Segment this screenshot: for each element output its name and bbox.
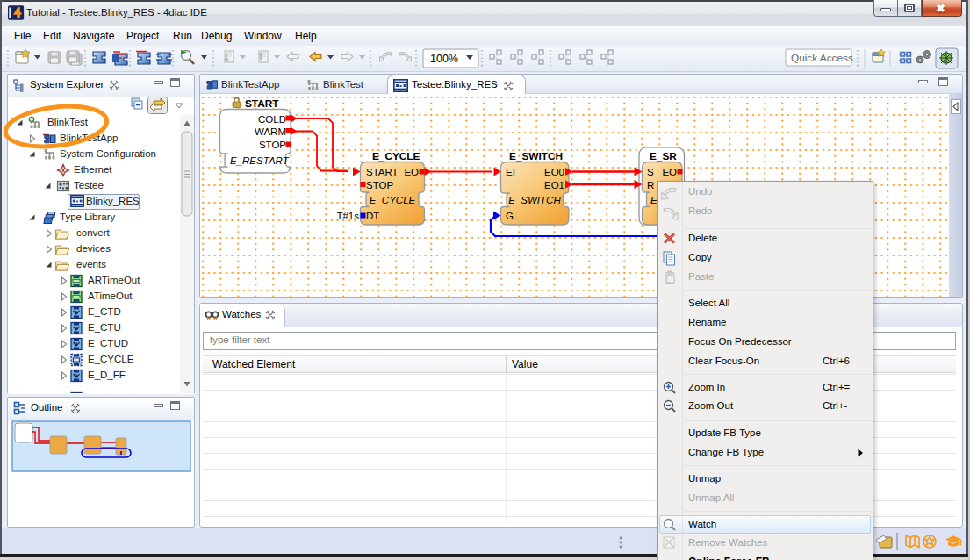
svg-text:E_RESTART: E_RESTART <box>230 155 290 166</box>
svg-text:E_SWITCH: E_SWITCH <box>508 195 561 205</box>
svg-text:EO0: EO0 <box>544 167 564 177</box>
svg-text:E_SR: E_SR <box>650 150 677 162</box>
svg-text:STOP: STOP <box>366 180 393 190</box>
svg-text:S: S <box>647 167 654 177</box>
svg-text:STOP: STOP <box>259 140 286 150</box>
svg-text:Quick Access: Quick Access <box>791 52 853 64</box>
svg-text:START: START <box>245 97 279 110</box>
svg-text:E_CYCLE: E_CYCLE <box>372 150 420 162</box>
svg-text:EO1: EO1 <box>544 180 564 190</box>
svg-text:WARM: WARM <box>255 126 286 137</box>
svg-text:COLD: COLD <box>258 114 286 125</box>
svg-text:G: G <box>506 211 514 221</box>
svg-text:EO: EO <box>404 167 419 177</box>
svg-text:E_CYCLE: E_CYCLE <box>370 195 416 205</box>
svg-text:R: R <box>647 180 654 190</box>
svg-text:E_SWITCH: E_SWITCH <box>509 150 563 162</box>
svg-text:START: START <box>366 167 399 177</box>
svg-text:EO: EO <box>662 167 677 177</box>
svg-text:DT: DT <box>366 211 379 221</box>
svg-text:T#1s: T#1s <box>336 211 359 221</box>
svg-text:100%: 100% <box>430 53 458 65</box>
svg-text:EI: EI <box>506 167 515 177</box>
